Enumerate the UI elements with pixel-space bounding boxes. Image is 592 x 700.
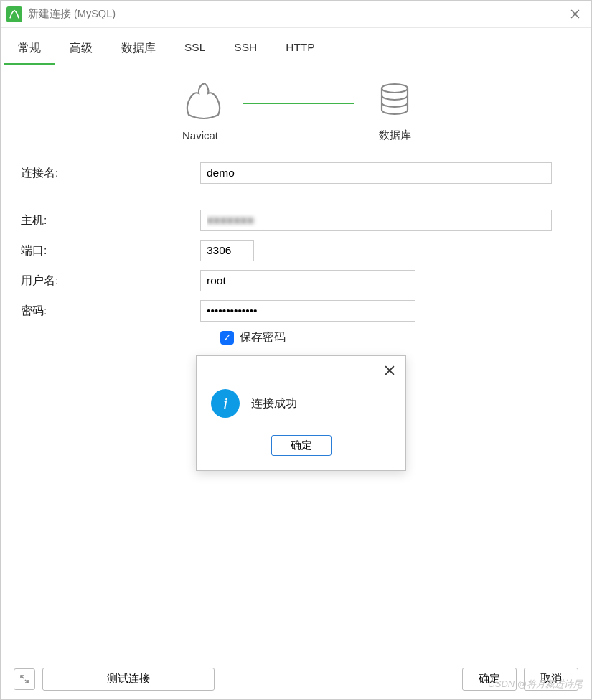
- password-label: 密码:: [21, 304, 200, 319]
- connection-line: [243, 103, 354, 104]
- database-icon: [375, 80, 415, 123]
- app-icon: [6, 6, 22, 22]
- host-label: 主机:: [21, 213, 200, 228]
- close-icon[interactable]: [564, 4, 586, 25]
- dialog-footer: 测试连接 确定 取消: [1, 658, 591, 699]
- expand-icon[interactable]: [14, 668, 35, 690]
- tab-http[interactable]: HTTP: [271, 35, 329, 65]
- port-input[interactable]: [200, 240, 254, 261]
- tab-ssh[interactable]: SSH: [220, 35, 271, 65]
- svg-point-2: [382, 84, 408, 93]
- connection-illustration: Navicat 数据库: [1, 65, 591, 149]
- tab-database[interactable]: 数据库: [107, 35, 170, 65]
- database-label: 数据库: [375, 129, 415, 142]
- ok-button[interactable]: 确定: [462, 668, 517, 691]
- form: 连接名: 主机: 端口: 用户名: 密码: ✓ 保存密码: [1, 149, 591, 358]
- navicat-icon: [177, 80, 223, 123]
- tab-general[interactable]: 常规: [4, 35, 55, 65]
- save-password-checkbox[interactable]: ✓: [220, 331, 234, 345]
- modal-ok-button[interactable]: 确定: [271, 435, 332, 456]
- connection-name-input[interactable]: [200, 162, 552, 184]
- window-title: 新建连接 (MySQL): [28, 7, 564, 21]
- navicat-label: Navicat: [177, 129, 223, 141]
- info-icon: i: [211, 389, 240, 418]
- host-input[interactable]: [200, 210, 552, 231]
- modal-close-icon[interactable]: [381, 362, 398, 379]
- save-password-label: 保存密码: [240, 330, 286, 345]
- port-label: 端口:: [21, 243, 200, 258]
- tab-ssl[interactable]: SSL: [170, 35, 220, 65]
- cancel-button[interactable]: 取消: [524, 668, 578, 691]
- modal-message: 连接成功: [251, 396, 297, 411]
- password-input[interactable]: [200, 300, 415, 322]
- dialog-window: 新建连接 (MySQL) 常规 高级 数据库 SSL SSH HTTP Navi…: [0, 0, 592, 700]
- title-bar: 新建连接 (MySQL): [1, 1, 591, 28]
- message-dialog: i 连接成功 确定: [196, 355, 406, 471]
- username-input[interactable]: [200, 270, 415, 291]
- username-label: 用户名:: [21, 274, 200, 289]
- connection-name-label: 连接名:: [21, 166, 200, 181]
- test-connection-button[interactable]: 测试连接: [42, 668, 215, 691]
- tab-advanced[interactable]: 高级: [55, 35, 107, 65]
- tabs: 常规 高级 数据库 SSL SSH HTTP: [1, 28, 591, 65]
